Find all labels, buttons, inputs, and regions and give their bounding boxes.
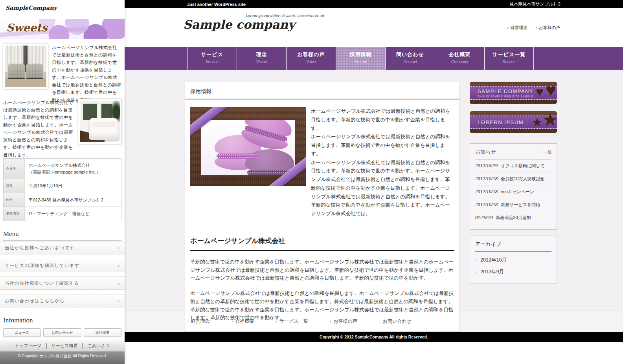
news-text: 会員数10万人突破記念 <box>501 176 544 182</box>
table-row-value: IT・マーケティング・福祉など <box>25 207 121 221</box>
site-logo[interactable]: Sample company <box>183 18 295 31</box>
macaron-shape <box>245 149 294 175</box>
news-item[interactable]: 012/9/29 新着商品30点追加 <box>475 211 551 224</box>
footer-link-service-list[interactable]: ›サービス一覧 <box>276 318 308 325</box>
news-item[interactable]: 2012/10/29 オフィス移転に関して <box>475 159 551 172</box>
chevron-right-icon: › <box>379 319 380 324</box>
box-divider <box>475 251 551 252</box>
menu-item-greeting[interactable]: 当社から皆様へごあいさつです › <box>0 241 125 254</box>
footer-link-voice[interactable]: ›お客様の声 <box>330 318 357 325</box>
lorem-ipsum-banner[interactable]: ★ ★ LORERN IPSUM <box>470 111 557 133</box>
heart-icon: ♥ <box>536 85 544 98</box>
article-paragraph-1: 革新的な技術で世の中を動かす企業を目指します。ホームページサンプル株式会社では最… <box>190 258 454 282</box>
tab-sublabel: Recruit <box>336 60 385 64</box>
star-icon: ★ <box>531 116 543 128</box>
footer-link-contact[interactable]: ›お問い合わせ <box>379 318 412 325</box>
archive-link-item[interactable]: › 2012年10月 <box>475 257 551 263</box>
menu-list: 当社から皆様へごあいさつです › サービスの詳細を解説しています › 当社の会社… <box>0 241 125 312</box>
news-text: オフィス移転に関して <box>501 163 545 169</box>
chair-shape <box>26 64 43 78</box>
sidebar-footer-links: トップページ サービス概要 ごあいさつ <box>0 340 125 351</box>
menu-item-contact[interactable]: お問い合わせはこちらから › <box>0 294 125 307</box>
tab-label: 採用情報 <box>336 51 385 58</box>
archive-title: アーカイブ <box>475 241 501 248</box>
chevron-right-icon: › <box>541 150 542 154</box>
banner-ribbon: SAMPLE COMPANY THIS IS SAMPLE WEB SITE S… <box>470 86 557 100</box>
company-button[interactable]: 会社概要 <box>84 328 121 337</box>
menu-item-label: お問い合わせはこちらから <box>5 298 65 304</box>
sample-company-banner[interactable]: ♥ ♥ SAMPLE COMPANY THIS IS SAMPLE WEB SI… <box>470 82 557 104</box>
sidebar-logo: SampleCompany <box>6 5 57 11</box>
table-row-value: ホームページサンプル株式会社 （英語表記 Homepage sample Inc… <box>25 159 121 179</box>
site-address: 見本県見本市サンプル1−2 <box>509 1 561 7</box>
page: SampleCompany Sweets ホームページサンプル株式会社では最新技… <box>0 0 623 364</box>
contact-button[interactable]: お問い合わせ <box>43 328 81 337</box>
news-item[interactable]: 2012/10/18 ecoキャンペーン <box>475 185 551 198</box>
header-links: ›経営理念 ›お客様の声 <box>507 25 561 31</box>
title-divider <box>185 99 459 100</box>
menu-item-label: 当社から皆様へごあいさつです <box>5 245 75 251</box>
header-link-label: お客様の声 <box>538 25 561 30</box>
footer-link-label: お問い合わせ <box>383 318 412 324</box>
news-date: 2012/10/29 <box>475 163 498 169</box>
tab-service[interactable]: サービス Service <box>187 47 237 70</box>
chairs-photo <box>3 44 48 89</box>
section-divider <box>190 250 454 251</box>
footer-link-company[interactable]: ›会社概要 <box>232 318 254 325</box>
top-page-link[interactable]: トップページ <box>10 343 46 349</box>
tab-company[interactable]: 会社概要 Company <box>435 47 484 70</box>
chevron-right-icon: › <box>475 258 477 262</box>
chevron-right-icon: › <box>507 25 509 30</box>
service-overview-link[interactable]: サービス概要 <box>46 343 83 349</box>
footer-link-label: 会社概要 <box>235 318 254 324</box>
chevron-right-icon: › <box>276 319 277 324</box>
macarons-photo <box>190 107 306 186</box>
customer-voice-link[interactable]: ›お客様の声 <box>535 25 561 31</box>
chevron-right-icon: › <box>118 298 120 304</box>
sweets-banner-image: Sweets <box>0 19 125 39</box>
menu-item-label: 当社の会社概要について確認する <box>5 280 79 286</box>
chair-shape <box>8 64 25 78</box>
tab-sublabel: Service <box>485 60 533 64</box>
news-button[interactable]: ニュース <box>3 328 41 337</box>
about-block-1: ホームページサンプル株式会社では最新技術と自然との調和を目指します。革新的な技術… <box>3 44 121 104</box>
tab-vision[interactable]: 理念 Vision <box>237 47 286 70</box>
news-text: 新着商品30点追加 <box>496 215 531 221</box>
tab-contact[interactable]: 問い合わせ Contact <box>385 47 435 70</box>
news-item[interactable]: 2012/10/18 会員数10万人突破記念 <box>475 172 551 185</box>
macarons-photo-inner <box>201 120 295 175</box>
footer-link-philosophy[interactable]: ›経営理念 <box>187 318 210 325</box>
tab-voice[interactable]: お客様の声 Voice <box>286 47 336 70</box>
news-text: 新規サービスを開始 <box>501 202 540 208</box>
archive-link-item[interactable]: › 2012年9月 <box>475 269 551 275</box>
news-date: 012/9/29 <box>475 215 493 221</box>
philosophy-link[interactable]: ›経営理念 <box>507 25 527 31</box>
news-list-link[interactable]: ›一覧 <box>541 150 551 155</box>
archive-link: 2012年9月 <box>480 269 504 274</box>
information-heading: Infomation <box>3 316 121 327</box>
article-intro-text: ホームページサンプル株式会社では最新技術と自然との調和を目指します。革新的な技術… <box>311 107 454 218</box>
menu-item-service-detail[interactable]: サービスの詳細を解説しています › <box>0 259 125 272</box>
tab-sublabel: Contact <box>386 60 435 64</box>
sweets-banner-word: Sweets <box>6 22 48 34</box>
news-item[interactable]: 2012/10/18 新規サービスを開始 <box>475 198 551 211</box>
tab-sublabel: Company <box>435 60 484 64</box>
copyright-bar: Copyright © 2012 SampleCompany All right… <box>125 332 623 342</box>
archive-box: アーカイブ › 2012年10月 › 2012年9月 <box>470 236 557 284</box>
footer-link-label: 経営理念 <box>191 318 210 324</box>
menu-heading: Menu <box>3 230 121 241</box>
chevron-right-icon: › <box>118 263 120 269</box>
about-text-1: ホームページサンプル株式会社では最新技術と自然との調和を目指します。革新的な技術… <box>52 44 121 104</box>
table-row-label: 事業内容 <box>4 207 25 221</box>
news-box: お知らせ ›一覧 2012/10/29 オフィス移転に関して 2012/10/1… <box>470 143 557 230</box>
greeting-link[interactable]: ごあいさつ <box>82 343 114 349</box>
table-row-label: 設立 <box>4 179 25 193</box>
article-media-row: ホームページサンプル株式会社では最新技術と自然との調和を目指します。革新的な技術… <box>190 107 454 218</box>
main-navigation: サービス Service 理念 Vision お客様の声 Voice 採用情報 … <box>125 47 623 70</box>
news-date: 2012/10/18 <box>475 189 498 195</box>
tab-label: 理念 <box>237 51 286 58</box>
tab-service-list[interactable]: サービス一覧 Service <box>484 47 534 70</box>
logo-tagline: Lorem ipsum dolor sit amet, consectetur … <box>245 14 324 18</box>
tab-recruit[interactable]: 採用情報 Recruit <box>336 47 385 70</box>
menu-item-company-profile[interactable]: 当社の会社概要について確認する › <box>0 276 125 290</box>
